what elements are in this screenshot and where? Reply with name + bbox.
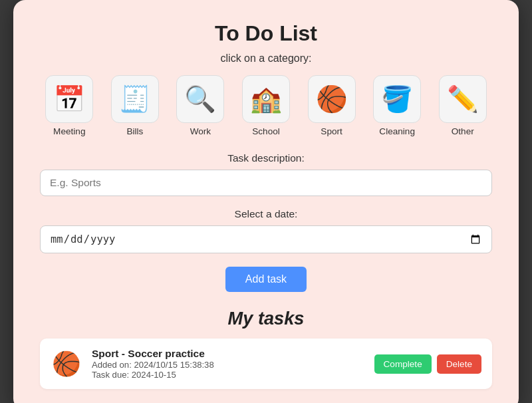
task-added: Added on: 2024/10/15 15:38:38: [92, 360, 365, 370]
app-container: To Do List click on a category: 📅 Meetin…: [13, 0, 519, 403]
category-item-work[interactable]: 🔍 Work: [171, 75, 230, 136]
app-title: To Do List: [40, 21, 492, 46]
task-icon: 🏀: [51, 350, 82, 378]
category-icon-bills: 🧾: [111, 75, 159, 123]
categories-row: 📅 Meeting 🧾 Bills 🔍 Work 🏫 School 🏀 Spor…: [40, 75, 492, 136]
category-icon-cleaning: 🪣: [373, 75, 421, 123]
task-item: 🏀 Sport - Soccer practice Added on: 2024…: [40, 338, 492, 389]
category-icon-sport: 🏀: [308, 75, 356, 123]
category-item-other[interactable]: ✏️ Other: [433, 75, 492, 136]
category-name-school: School: [252, 126, 280, 136]
category-icon-other: ✏️: [439, 75, 487, 123]
add-task-button[interactable]: Add task: [225, 267, 307, 292]
category-icon-school: 🏫: [242, 75, 290, 123]
task-info: Sport - Soccer practice Added on: 2024/1…: [92, 348, 365, 380]
task-actions: Complete Delete: [374, 354, 481, 374]
select-date-label: Select a date:: [40, 208, 492, 220]
category-name-other: Other: [452, 126, 474, 136]
task-title: Sport - Soccer practice: [92, 348, 365, 360]
category-prompt: click on a category:: [40, 53, 492, 65]
category-item-school[interactable]: 🏫 School: [237, 75, 296, 136]
category-name-sport: Sport: [321, 126, 342, 136]
category-name-work: Work: [190, 126, 211, 136]
category-name-meeting: Meeting: [53, 126, 85, 136]
category-item-meeting[interactable]: 📅 Meeting: [40, 75, 99, 136]
category-name-cleaning: Cleaning: [379, 126, 415, 136]
complete-button[interactable]: Complete: [374, 354, 432, 374]
category-icon-meeting: 📅: [45, 75, 93, 123]
task-due: Task due: 2024-10-15: [92, 370, 365, 380]
category-item-sport[interactable]: 🏀 Sport: [302, 75, 361, 136]
delete-button[interactable]: Delete: [437, 354, 481, 374]
category-icon-work: 🔍: [176, 75, 224, 123]
category-name-bills: Bills: [126, 126, 143, 136]
category-item-cleaning[interactable]: 🪣 Cleaning: [368, 75, 427, 136]
my-tasks-title: My tasks: [40, 308, 492, 329]
category-item-bills[interactable]: 🧾 Bills: [106, 75, 165, 136]
task-description-input[interactable]: [40, 170, 492, 196]
task-list: 🏀 Sport - Soccer practice Added on: 2024…: [40, 338, 492, 389]
date-input[interactable]: [40, 225, 492, 253]
task-description-label: Task description:: [40, 152, 492, 164]
